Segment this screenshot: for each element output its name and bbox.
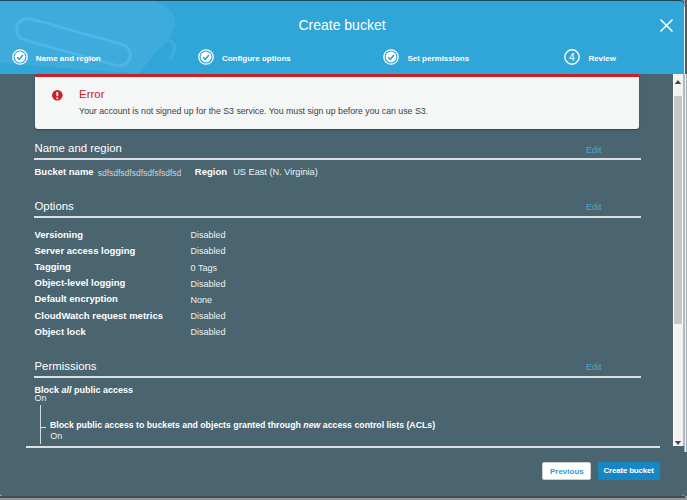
svg-text:4: 4 (569, 51, 575, 63)
